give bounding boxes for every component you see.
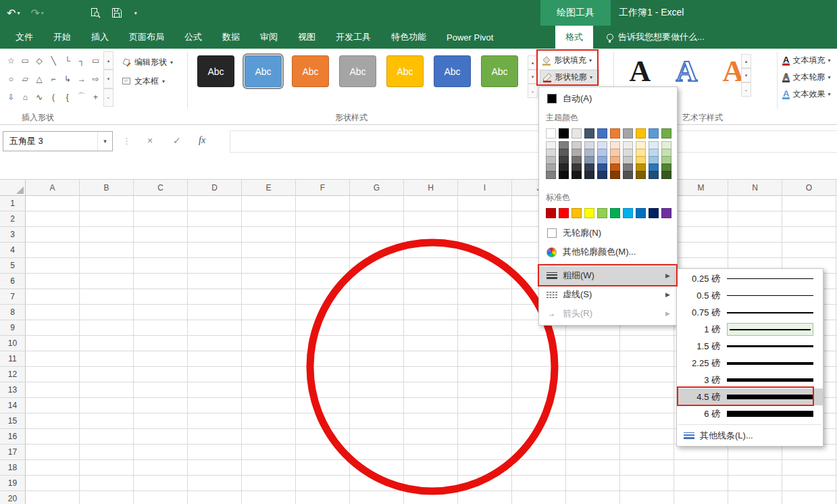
cancel-button[interactable]: ×	[147, 135, 153, 146]
tab-view[interactable]: 视图	[288, 26, 326, 49]
weight-option-2[interactable]: 0.75 磅	[677, 304, 823, 321]
theme-color-swatch[interactable]	[584, 128, 594, 138]
save-button[interactable]	[111, 7, 122, 18]
shape-style-3[interactable]: Abc	[292, 55, 329, 87]
shape-gallery-item-14[interactable]: ⇩	[4, 88, 18, 106]
theme-color-swatch[interactable]	[649, 128, 659, 138]
shape-style-4[interactable]: Abc	[339, 55, 376, 87]
tab-page-layout[interactable]: 页面布局	[119, 26, 174, 49]
standard-color-swatch[interactable]	[649, 208, 659, 218]
wordart-style-2[interactable]: A	[668, 50, 705, 92]
shape-style-1[interactable]: Abc	[197, 55, 234, 87]
standard-color-swatch[interactable]	[584, 208, 594, 218]
text-effects-button[interactable]: A 文本效果 ▾	[782, 86, 837, 102]
shape-style-5[interactable]: Abc	[386, 55, 424, 87]
theme-color-swatch[interactable]	[597, 128, 607, 138]
theme-color-swatch[interactable]	[623, 128, 633, 138]
edit-shape-button[interactable]: 编辑形状 ▾	[119, 54, 176, 70]
tab-power-pivot[interactable]: Power Pivot	[436, 26, 503, 49]
enter-button[interactable]: ✓	[173, 135, 181, 146]
formula-input[interactable]	[230, 130, 837, 153]
menu-item-dashes[interactable]: 虚线(S) ▶	[539, 285, 677, 304]
shape-gallery-item-7[interactable]: ○	[4, 70, 18, 88]
row-header-8[interactable]: 8	[0, 305, 26, 320]
tab-developer[interactable]: 开发工具	[326, 26, 381, 49]
row-header-11[interactable]: 11	[0, 351, 26, 367]
theme-color-swatch[interactable]	[572, 128, 582, 138]
standard-color-swatch[interactable]	[597, 208, 607, 218]
wordart-style-1[interactable]: A	[622, 50, 659, 92]
shape-gallery-item-1[interactable]: ▭	[18, 51, 32, 70]
insert-function-button[interactable]: fx	[199, 135, 205, 146]
weight-option-3[interactable]: 1 磅	[677, 321, 823, 338]
standard-color-swatch[interactable]	[546, 208, 556, 218]
text-fill-button[interactable]: A 文本填充 ▾	[782, 53, 837, 68]
shape-gallery-item-8[interactable]: ▱	[18, 70, 32, 88]
tab-format[interactable]: 格式	[555, 26, 593, 49]
column-header-G[interactable]: G	[350, 180, 404, 196]
shape-gallery-item-19[interactable]: ⌒	[74, 88, 88, 106]
print-preview-button[interactable]	[90, 7, 101, 18]
weight-option-6[interactable]: 3 磅	[677, 372, 823, 388]
theme-color-swatch[interactable]	[559, 128, 569, 138]
theme-color-swatch[interactable]	[559, 171, 569, 179]
row-header-19[interactable]: 19	[0, 476, 26, 491]
theme-color-swatch[interactable]	[546, 128, 556, 138]
redo-button[interactable]: ↷ ▾	[30, 7, 43, 20]
row-header-18[interactable]: 18	[0, 460, 26, 476]
column-header-B[interactable]: B	[80, 180, 134, 196]
shape-gallery-item-2[interactable]: ◇	[32, 51, 47, 70]
row-header-10[interactable]: 10	[0, 336, 26, 351]
row-header-17[interactable]: 17	[0, 445, 26, 460]
shape-gallery-item-5[interactable]: ┐	[74, 51, 88, 70]
tab-insert[interactable]: 插入	[81, 26, 119, 49]
shape-gallery-item-0[interactable]: ☆	[4, 51, 18, 70]
shape-style-6[interactable]: Abc	[434, 55, 471, 87]
weight-option-7[interactable]: 4.5 磅	[677, 388, 823, 405]
column-header-I[interactable]: I	[458, 180, 512, 196]
shape-gallery-item-9[interactable]: △	[32, 70, 47, 88]
row-header-14[interactable]: 14	[0, 398, 26, 413]
standard-color-swatch[interactable]	[572, 208, 582, 218]
theme-color-swatch[interactable]	[661, 171, 671, 179]
theme-color-swatch[interactable]	[661, 128, 671, 138]
column-header-H[interactable]: H	[404, 180, 458, 196]
standard-color-swatch[interactable]	[610, 208, 620, 218]
row-header-5[interactable]: 5	[0, 258, 26, 274]
row-header-15[interactable]: 15	[0, 413, 26, 429]
shape-gallery-item-12[interactable]: →	[74, 70, 88, 88]
shape-gallery-item-6[interactable]: ▭	[88, 51, 103, 70]
text-box-button[interactable]: 文本框 ▾	[119, 73, 168, 89]
shape-gallery-item-15[interactable]: ⌂	[18, 88, 32, 106]
select-all-corner[interactable]	[0, 180, 26, 196]
scroll-down-icon[interactable]: ▾	[741, 68, 751, 82]
shape-gallery-item-16[interactable]: ∿	[32, 88, 47, 106]
shape-gallery-item-17[interactable]: (	[47, 88, 61, 106]
tab-file[interactable]: 文件	[5, 26, 43, 49]
column-header-D[interactable]: D	[188, 180, 242, 196]
shape-gallery-item-11[interactable]: ↳	[60, 70, 74, 88]
scroll-down-icon[interactable]: ▾	[103, 70, 113, 88]
shape-fill-button[interactable]: 形状填充 ▾	[540, 53, 599, 68]
tab-formulas[interactable]: 公式	[174, 26, 212, 49]
column-header-F[interactable]: F	[296, 180, 350, 196]
theme-color-swatch[interactable]	[636, 171, 646, 179]
shape-gallery-item-10[interactable]: ⌐	[47, 70, 61, 88]
column-header-M[interactable]: M	[674, 180, 728, 196]
row-header-3[interactable]: 3	[0, 227, 26, 243]
standard-color-swatch[interactable]	[661, 208, 671, 218]
undo-button[interactable]: ↶ ▾	[7, 7, 20, 20]
scroll-down-icon[interactable]: ▾	[528, 70, 538, 84]
gallery-more-icon[interactable]: ⌄	[741, 82, 751, 97]
row-header-4[interactable]: 4	[0, 243, 26, 258]
theme-color-swatch[interactable]	[546, 171, 556, 179]
row-header-9[interactable]: 9	[0, 320, 26, 336]
weight-option-1[interactable]: 0.5 磅	[677, 287, 823, 304]
scroll-up-icon[interactable]: ▴	[741, 54, 751, 68]
column-header-E[interactable]: E	[242, 180, 296, 196]
scroll-up-icon[interactable]: ▴	[528, 55, 538, 70]
weight-option-5[interactable]: 2.25 磅	[677, 355, 823, 372]
row-header-12[interactable]: 12	[0, 367, 26, 382]
column-header-O[interactable]: O	[782, 180, 836, 196]
shape-outline-button[interactable]: 形状轮廓 ▾	[540, 70, 599, 85]
